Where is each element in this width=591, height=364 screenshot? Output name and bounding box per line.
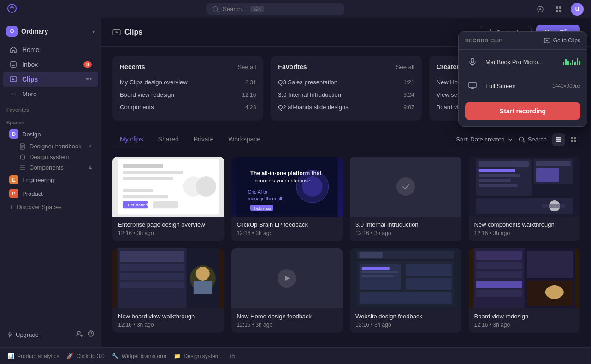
svg-rect-96 — [471, 58, 474, 63]
tab-shared[interactable]: Shared — [151, 132, 186, 147]
sidebar-sub-components[interactable]: Components 4 — [3, 162, 98, 173]
clip-meta-0: 12:16 • 3h ago — [118, 230, 219, 236]
svg-rect-58 — [536, 168, 559, 182]
sidebar-bottom-icons — [76, 330, 95, 339]
designer-handbook-label: Designer handbook — [30, 143, 82, 150]
list-view-button[interactable] — [552, 133, 565, 146]
clip-card-1[interactable]: The all-in-one platform that connects yo… — [231, 157, 343, 241]
clip-card-7[interactable]: Board view redesign 12:16 • 3h ago — [469, 248, 580, 333]
lightning-icon — [6, 331, 13, 338]
clip-info-1: ClickUp Brain LP feedback 12:16 • 3h ago — [231, 217, 343, 241]
sort-button[interactable]: Sort: Date created — [456, 136, 513, 143]
tab-my-clips[interactable]: My clips — [112, 132, 151, 147]
sidebar-item-design[interactable]: D Design — [3, 127, 98, 141]
user-avatar[interactable]: U — [571, 3, 584, 16]
sidebar-item-clips[interactable]: Clips ••• — [3, 72, 98, 87]
audio-bar-8 — [579, 61, 580, 65]
help-icon[interactable] — [87, 330, 95, 339]
svg-point-3 — [539, 8, 541, 10]
audio-bar-1 — [563, 62, 564, 65]
fav-item-1[interactable]: 3.0 Internal Intruduction 3:24 — [278, 88, 414, 101]
svg-rect-35 — [123, 189, 153, 192]
bottom-item-widget[interactable]: 🔧 Widget brainstorm — [112, 353, 166, 359]
clip-meta-6: 12:16 • 3h ago — [355, 322, 456, 328]
sidebar-item-home[interactable]: Home — [3, 42, 98, 57]
clip-card-6[interactable]: Website design feedback 12:16 • 3h ago — [350, 248, 461, 333]
screen-option[interactable]: Full Screen 1440×900px — [459, 74, 587, 98]
svg-rect-8 — [11, 62, 16, 67]
grid-icon[interactable] — [552, 3, 565, 16]
sidebar-item-more[interactable]: More — [3, 87, 98, 101]
tab-private[interactable]: Private — [186, 132, 221, 147]
tabs-right: Sort: Date created Search — [456, 133, 580, 146]
clip-card-2[interactable]: 3.0 Internal Intruduction 12:16 • 3h ago — [350, 157, 461, 241]
svg-rect-38 — [153, 201, 178, 208]
svg-point-20 — [519, 137, 523, 141]
search-bar[interactable]: Search... ⌘K — [206, 3, 344, 15]
start-recording-button[interactable]: Start recording — [465, 102, 580, 120]
recents-title: Recents — [120, 63, 145, 70]
sidebar-item-product[interactable]: P Product — [3, 187, 98, 200]
favorites-card: Favorites See all Q3 Sales presentation … — [271, 56, 421, 121]
add-member-icon[interactable] — [76, 330, 83, 339]
sidebar-sub-designer-handbook[interactable]: Designer handbook 4 — [3, 141, 98, 152]
logo — [7, 4, 17, 15]
target-icon[interactable] — [534, 3, 547, 16]
clips-more-btn[interactable]: ••• — [86, 76, 92, 82]
fav-item-0[interactable]: Q3 Sales presentation 1:21 — [278, 76, 414, 88]
bottom-item-clickup[interactable]: 🚀 ClickUp 3.0 — [66, 353, 104, 359]
tab-workspace[interactable]: Workspace — [221, 132, 268, 147]
designer-handbook-badge: 4 — [89, 144, 92, 149]
grid-view-button[interactable] — [567, 133, 580, 146]
recents-card-header: Recents See all — [120, 63, 256, 70]
record-clip-label: RECORD CLIP — [465, 38, 502, 43]
svg-text:Explore now: Explore now — [253, 207, 271, 211]
svg-point-11 — [13, 94, 14, 94]
bottom-item-product-analytics[interactable]: 📊 Product analytics — [7, 353, 59, 359]
favorites-label: Favorites — [0, 101, 101, 114]
fav-item-2[interactable]: Q2 all-hands slide designs 9:07 — [278, 101, 414, 113]
workspace-chevron-icon: ▾ — [92, 29, 95, 34]
clip-thumb-1: The all-in-one platform that connects yo… — [231, 157, 343, 217]
discover-spaces[interactable]: + Discover Spaces — [3, 200, 98, 213]
widget-label: Widget brainstorm — [122, 353, 166, 359]
sidebar-sub-design-system[interactable]: Design system — [3, 152, 98, 162]
audio-bar-4 — [570, 63, 571, 65]
sidebar-item-inbox[interactable]: Inbox 9 — [3, 57, 98, 72]
recents-see-all[interactable]: See all — [238, 64, 256, 70]
fav-name-2: Q2 all-hands slide designs — [278, 104, 348, 111]
clip-placeholder-2 — [396, 177, 415, 196]
clip-placeholder-5 — [278, 269, 296, 288]
clip-meta-3: 12:16 • 3h ago — [474, 230, 575, 236]
recent-name-2: Components — [120, 104, 154, 111]
clip-card-3[interactable]: New components walkthrough 12:16 • 3h ag… — [469, 157, 580, 241]
spaces-label: Spaces — [0, 114, 101, 127]
svg-rect-26 — [571, 140, 573, 142]
svg-rect-25 — [574, 137, 576, 139]
svg-rect-21 — [556, 137, 561, 139]
svg-point-14 — [20, 155, 25, 159]
recent-item-0[interactable]: My Clips design overview 2:31 — [120, 76, 256, 88]
sidebar-item-engineering[interactable]: E Engineering — [3, 173, 98, 187]
svg-rect-7 — [559, 10, 561, 12]
clip-card-4[interactable]: New board view walkthrough 12:16 • 3h ag… — [112, 248, 224, 333]
clip-info-3: New components walkthrough 12:16 • 3h ag… — [469, 217, 580, 241]
favorites-see-all[interactable]: See all — [396, 64, 414, 70]
go-to-clips-button[interactable]: Go to Clips — [544, 37, 580, 44]
fav-time-1: 3:24 — [403, 92, 414, 98]
clip-meta-7: 12:16 • 3h ago — [474, 322, 575, 328]
svg-rect-52 — [478, 169, 515, 172]
mic-option[interactable]: MacBook Pro Micro... — [459, 50, 587, 74]
clip-card-5[interactable]: New Home design feedback 12:16 • 3h ago — [231, 248, 343, 333]
clip-thumb-5 — [231, 248, 343, 308]
clip-info-2: 3.0 Internal Intruduction 12:16 • 3h ago — [350, 217, 461, 241]
recent-item-2[interactable]: Components 4:23 — [120, 101, 256, 113]
clip-card-0[interactable]: Get started Enterprise page design overv… — [112, 157, 224, 241]
search-clips-button[interactable]: Search — [519, 136, 547, 143]
svg-rect-83 — [362, 275, 394, 277]
workspace-selector[interactable]: O Ordinary ▾ — [0, 22, 101, 42]
chevron-down-icon — [508, 137, 513, 142]
bottom-item-design-system[interactable]: 📁 Design system — [174, 353, 220, 359]
upgrade-button[interactable]: Upgrade — [6, 331, 39, 338]
recent-item-1[interactable]: Board view redesign 12:16 — [120, 88, 256, 101]
